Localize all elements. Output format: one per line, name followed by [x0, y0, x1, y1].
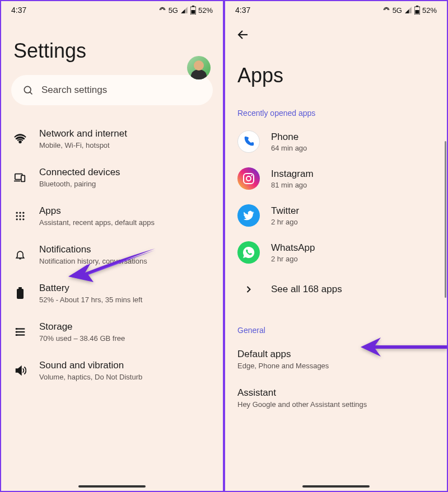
- app-subtitle: 64 min ago: [271, 144, 435, 152]
- whatsapp-app-icon: [237, 241, 260, 264]
- general-item[interactable]: Default apps Edge, Phone and Messages: [225, 340, 447, 379]
- profile-avatar[interactable]: [187, 56, 211, 79]
- svg-rect-2: [191, 10, 195, 14]
- svg-rect-7: [21, 176, 25, 182]
- app-title: Phone: [271, 132, 435, 143]
- general-item[interactable]: Assistant Hey Google and other Assistant…: [225, 379, 447, 418]
- section-recently-opened: Recently opened apps: [225, 100, 447, 123]
- recent-app-instagram[interactable]: Instagram 81 min ago: [225, 160, 447, 197]
- hotspot-icon: [158, 6, 166, 14]
- wifi-icon: [13, 132, 27, 146]
- recent-app-whatsapp[interactable]: WhatsApp 2 hr ago: [225, 234, 447, 271]
- item-subtitle: Assistant, recent apps, default apps: [39, 218, 211, 228]
- svg-point-3: [24, 86, 31, 93]
- svg-point-15: [16, 219, 18, 221]
- search-icon: [22, 85, 34, 96]
- hotspot-icon: [382, 6, 390, 14]
- bell-icon: [13, 248, 27, 261]
- status-bar: 4:37 5G 52%: [225, 1, 447, 17]
- svg-point-9: [16, 212, 18, 214]
- svg-point-17: [22, 219, 24, 221]
- app-subtitle: 2 hr ago: [271, 255, 435, 263]
- gesture-bar[interactable]: [302, 485, 370, 488]
- item-subtitle: 52% - About 17 hrs, 35 mins left: [39, 296, 211, 305]
- battery-icon: [190, 6, 196, 15]
- svg-rect-1: [192, 6, 194, 7]
- back-arrow-icon: [236, 28, 250, 41]
- recent-apps-list: Phone 64 min ago Instagram 81 min ago Tw…: [225, 123, 447, 271]
- item-title: Assistant: [237, 387, 435, 399]
- apps-screen: 4:37 5G 52% Apps Recently opened apps Ph…: [224, 0, 448, 492]
- item-title: Notifications: [39, 243, 211, 256]
- svg-point-13: [19, 215, 21, 217]
- app-subtitle: 2 hr ago: [271, 218, 435, 226]
- item-subtitle: Hey Google and other Assistant settings: [237, 400, 435, 410]
- network-label: 5G: [393, 6, 402, 15]
- svg-point-14: [22, 215, 24, 217]
- app-title: Instagram: [271, 168, 435, 180]
- item-subtitle: Bluetooth, pairing: [39, 180, 211, 189]
- phone-app-icon: [237, 130, 260, 153]
- item-subtitle: Notification history, conversations: [39, 257, 211, 266]
- settings-item-wifi[interactable]: Network and internet Mobile, Wi-Fi, hots…: [1, 120, 223, 158]
- svg-rect-29: [415, 10, 419, 14]
- svg-point-26: [16, 335, 17, 335]
- svg-point-11: [22, 212, 24, 214]
- item-subtitle: Volume, haptics, Do Not Disturb: [39, 373, 211, 382]
- settings-list: Network and internet Mobile, Wi-Fi, hots…: [1, 115, 223, 395]
- item-subtitle: 70% used – 38.46 GB free: [39, 334, 211, 344]
- item-title: Sound and vibration: [39, 359, 211, 372]
- page-title: Apps: [225, 64, 447, 87]
- svg-line-4: [30, 92, 32, 94]
- svg-point-32: [246, 176, 251, 181]
- battery-pct: 52%: [422, 6, 437, 15]
- svg-point-16: [19, 219, 21, 221]
- settings-item-devices[interactable]: Connected devices Bluetooth, pairing: [1, 158, 223, 197]
- settings-screen: 4:37 5G 52% Settings Search settings Net…: [0, 0, 224, 492]
- signal-icon: [404, 6, 412, 14]
- item-subtitle: Edge, Phone and Messages: [237, 362, 435, 371]
- chevron-right-icon: [243, 284, 254, 295]
- svg-point-12: [16, 215, 18, 217]
- svg-point-24: [16, 329, 17, 329]
- settings-item-bell[interactable]: Notifications Notification history, conv…: [1, 236, 223, 274]
- status-time: 4:37: [235, 6, 250, 15]
- item-subtitle: Mobile, Wi-Fi, hotspot: [39, 141, 211, 151]
- item-title: Network and internet: [39, 128, 211, 140]
- back-button[interactable]: [236, 28, 250, 41]
- see-all-label: See all 168 apps: [271, 284, 435, 295]
- search-settings[interactable]: Search settings: [11, 75, 213, 105]
- status-bar: 4:37 5G 52%: [1, 1, 223, 17]
- svg-point-10: [19, 212, 21, 214]
- twitter-app-icon: [237, 204, 260, 227]
- settings-item-storage[interactable]: Storage 70% used – 38.46 GB free: [1, 313, 223, 352]
- storage-icon: [13, 325, 27, 339]
- recent-app-twitter[interactable]: Twitter 2 hr ago: [225, 197, 447, 234]
- svg-rect-20: [18, 287, 22, 289]
- status-right: 5G 52%: [158, 6, 213, 15]
- settings-item-sound[interactable]: Sound and vibration Volume, haptics, Do …: [1, 352, 223, 390]
- svg-point-33: [251, 175, 252, 176]
- network-label: 5G: [169, 6, 178, 15]
- item-title: Default apps: [237, 348, 435, 360]
- battery-icon: [13, 287, 27, 300]
- settings-item-apps[interactable]: Apps Assistant, recent apps, default app…: [1, 197, 223, 236]
- signal-icon: [180, 6, 188, 14]
- apps-icon: [13, 209, 27, 223]
- general-list: Default apps Edge, Phone and MessagesAss…: [225, 340, 447, 418]
- settings-item-battery[interactable]: Battery 52% - About 17 hrs, 35 mins left: [1, 274, 223, 313]
- item-title: Connected devices: [39, 166, 211, 179]
- scrollbar[interactable]: [445, 141, 446, 298]
- see-all-apps[interactable]: See all 168 apps: [225, 271, 447, 308]
- svg-rect-19: [17, 289, 24, 299]
- gesture-bar[interactable]: [78, 485, 146, 488]
- status-right: 5G 52%: [382, 6, 437, 15]
- instagram-app-icon: [237, 167, 260, 190]
- recent-app-phone[interactable]: Phone 64 min ago: [225, 123, 447, 160]
- app-subtitle: 81 min ago: [271, 181, 435, 189]
- section-general: General: [225, 317, 447, 340]
- status-time: 4:37: [11, 6, 26, 15]
- battery-pct: 52%: [198, 6, 213, 15]
- svg-point-5: [19, 141, 21, 143]
- page-title: Settings: [1, 39, 223, 63]
